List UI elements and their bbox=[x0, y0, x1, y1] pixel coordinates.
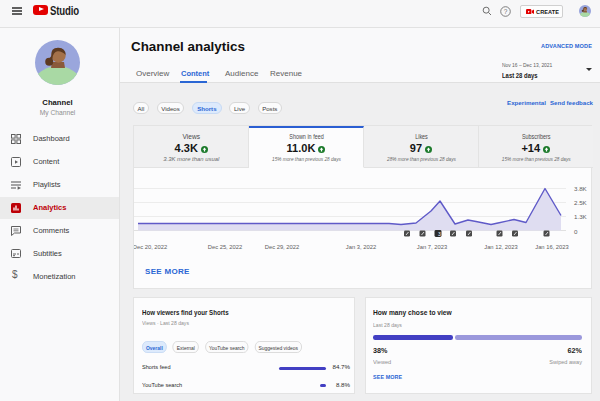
svg-text:Dec 25, 2022: Dec 25, 2022 bbox=[208, 244, 242, 250]
svg-text:2.5K: 2.5K bbox=[574, 199, 588, 206]
svg-text:0: 0 bbox=[574, 228, 578, 235]
svg-text:Jan 12, 2023: Jan 12, 2023 bbox=[484, 244, 518, 250]
svg-text:?: ? bbox=[504, 8, 508, 15]
svg-text:Dec 20, 2022: Dec 20, 2022 bbox=[134, 244, 167, 250]
svg-text:Jan 7, 2023: Jan 7, 2023 bbox=[417, 244, 447, 250]
svg-text:Dec 29, 2022: Dec 29, 2022 bbox=[265, 244, 299, 250]
svg-text:Jan 16, 2023: Jan 16, 2023 bbox=[535, 244, 569, 250]
svg-text:3.8K: 3.8K bbox=[574, 185, 588, 192]
svg-text:3: 3 bbox=[438, 231, 441, 237]
svg-text:Jan 3, 2022: Jan 3, 2022 bbox=[346, 244, 376, 250]
svg-text:1.3K: 1.3K bbox=[574, 213, 588, 220]
